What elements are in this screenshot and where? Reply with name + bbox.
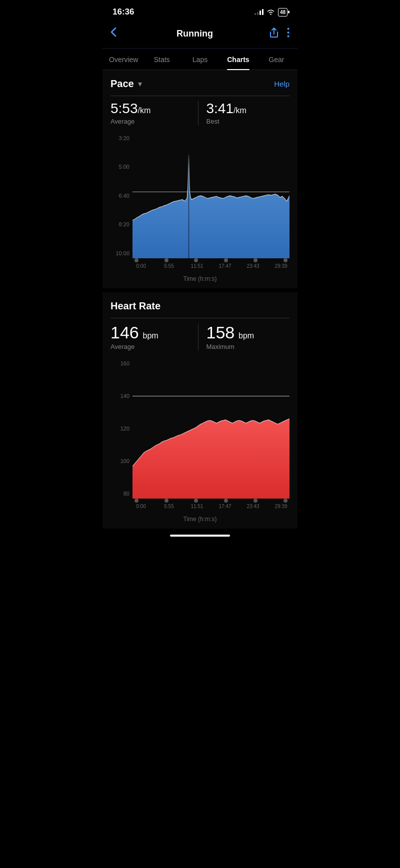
share-button[interactable] — [269, 27, 279, 41]
back-button[interactable] — [110, 25, 120, 42]
hr-max-stat: 158 bpm Maximum — [198, 323, 290, 350]
hr-y-axis: 160 140 120 100 80 — [110, 358, 130, 499]
status-time: 16:36 — [112, 7, 134, 17]
svg-point-2 — [288, 35, 290, 37]
battery-icon: 48 — [278, 8, 288, 17]
tab-charts[interactable]: Charts — [219, 49, 257, 70]
tab-overview[interactable]: Overview — [104, 49, 142, 70]
pace-chart-title: Pace — [110, 78, 134, 90]
hr-average-value: 146 bpm — [110, 323, 194, 342]
pace-x-axis-title: Time (h:m:s) — [110, 275, 290, 288]
status-bar: 16:36 48 — [102, 0, 298, 21]
more-button[interactable] — [287, 28, 290, 40]
pace-chart-header: Pace ▾ Help — [110, 78, 290, 90]
pace-average-value: 5:53/km — [110, 101, 194, 117]
header-actions — [269, 27, 290, 41]
hr-x-axis: 0:00 5:55 11:51 17:47 23:43 29:39 — [132, 499, 290, 514]
hr-chart-canvas: 160 140 120 100 80 — [110, 358, 290, 514]
svg-point-0 — [288, 28, 290, 30]
signal-icon — [254, 9, 264, 15]
pace-chart-section: Pace ▾ Help 5:53/km Average 3:41/km Best… — [102, 70, 298, 288]
pace-best-label: Best — [206, 118, 290, 125]
pace-x-axis: 0:00 5:55 11:51 17:47 23:43 29:39 — [132, 258, 290, 273]
tab-laps[interactable]: Laps — [181, 49, 219, 70]
pace-stats-row: 5:53/km Average 3:41/km Best — [110, 96, 290, 125]
nav-tabs: Overview Stats Laps Charts Gear — [102, 49, 298, 70]
pace-dropdown-icon[interactable]: ▾ — [138, 79, 142, 89]
heart-rate-chart-section: Heart Rate 146 bpm Average 158 bpm Maxim… — [102, 292, 298, 529]
home-indicator — [170, 535, 230, 537]
pace-title-row: Pace ▾ — [110, 78, 142, 90]
pace-y-axis: 3:20 5:00 6:40 8:20 10:00 — [110, 133, 130, 258]
tab-stats[interactable]: Stats — [142, 49, 180, 70]
pace-average-label: Average — [110, 118, 194, 125]
hr-chart-plot — [132, 358, 290, 499]
hr-average-stat: 146 bpm Average — [110, 323, 194, 350]
pace-help-button[interactable]: Help — [274, 80, 290, 88]
wifi-icon — [266, 9, 275, 16]
hr-stats-row: 146 bpm Average 158 bpm Maximum — [110, 318, 290, 350]
pace-chart-canvas: 3:20 5:00 6:40 8:20 10:00 — [110, 133, 290, 273]
header: Running — [102, 21, 298, 49]
status-icons: 48 — [254, 8, 288, 17]
pace-best-value: 3:41/km — [206, 101, 290, 117]
hr-max-value: 158 bpm — [206, 323, 290, 342]
heart-rate-title: Heart Rate — [110, 300, 290, 312]
svg-point-1 — [288, 32, 290, 34]
page-title: Running — [120, 29, 269, 39]
hr-x-axis-title: Time (h:m:s) — [110, 516, 290, 529]
hr-max-label: Maximum — [206, 343, 290, 350]
tab-gear[interactable]: Gear — [258, 49, 296, 70]
pace-chart-plot — [132, 133, 290, 258]
pace-average-stat: 5:53/km Average — [110, 101, 194, 125]
hr-average-label: Average — [110, 343, 194, 350]
pace-best-stat: 3:41/km Best — [198, 101, 290, 125]
